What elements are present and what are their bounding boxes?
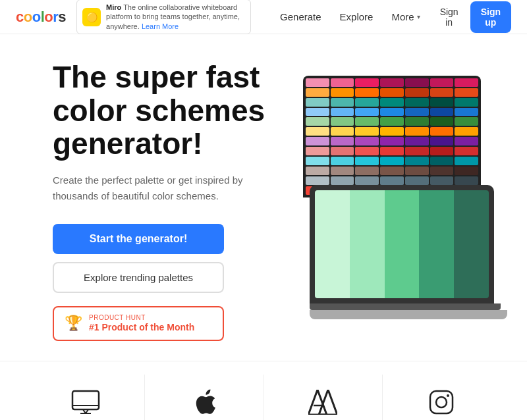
color-cell	[430, 108, 454, 117]
apple-icon	[192, 388, 216, 420]
color-cell	[306, 98, 329, 107]
color-cell	[430, 127, 454, 136]
color-cell	[355, 98, 379, 107]
color-cell	[355, 127, 379, 136]
laptop-base	[310, 310, 507, 319]
color-cell	[405, 137, 429, 145]
color-cell	[380, 127, 404, 136]
ad-link[interactable]: Learn More	[142, 22, 179, 30]
color-cell	[455, 108, 478, 117]
color-grid	[303, 76, 481, 197]
color-cell	[306, 137, 329, 145]
color-cell	[331, 108, 354, 117]
color-cell	[405, 98, 429, 107]
color-cell	[380, 88, 404, 97]
signin-button[interactable]: Sign in	[431, 3, 468, 32]
color-cell	[355, 88, 379, 97]
hero-content: The super fast color schemes generator! …	[53, 61, 303, 341]
color-cell	[355, 147, 379, 155]
color-cell	[455, 78, 478, 87]
signup-button[interactable]: Sign up	[470, 1, 511, 33]
color-cell	[455, 157, 478, 165]
svg-point-10	[447, 394, 449, 397]
color-cell	[380, 117, 404, 126]
product-hunt-label: Product Hunt	[89, 314, 194, 322]
color-cell	[405, 108, 429, 117]
color-cell	[455, 137, 478, 145]
palette-column	[385, 190, 420, 298]
svg-rect-0	[72, 391, 99, 409]
color-cell	[355, 117, 379, 126]
nav-generate[interactable]: Generate	[272, 7, 329, 26]
hero-title: The super fast color schemes generator!	[53, 61, 290, 161]
explore-palettes-button[interactable]: Explore trending palettes	[53, 262, 224, 293]
palette-column	[419, 190, 454, 298]
color-cell	[306, 157, 329, 165]
ad-icon: 🟡	[82, 8, 101, 26]
laptop-screen	[315, 190, 489, 298]
color-cell	[380, 78, 404, 87]
monitor-screen	[303, 76, 481, 197]
color-cell	[380, 147, 404, 155]
color-cell	[455, 127, 478, 136]
color-cell	[405, 176, 429, 185]
chevron-down-icon: ▾	[417, 13, 420, 20]
color-cell	[430, 137, 454, 145]
color-cell	[306, 176, 329, 185]
color-cell	[430, 167, 454, 175]
palette-column	[315, 190, 350, 298]
color-cell	[430, 176, 454, 185]
color-cell	[380, 98, 404, 107]
color-cell	[331, 176, 354, 185]
color-cell	[405, 167, 429, 175]
ad-banner: 🟡 Miro The online collaborative whiteboa…	[76, 0, 251, 34]
palette-column	[350, 190, 385, 298]
color-cell	[355, 78, 379, 87]
laptop-screen-frame	[310, 185, 494, 303]
logo[interactable]: coolors	[16, 9, 66, 26]
color-cell	[380, 167, 404, 175]
color-cell	[331, 78, 354, 87]
color-cell	[430, 78, 454, 87]
feature-adobe[interactable]	[264, 375, 383, 420]
start-generator-button[interactable]: Start the generator!	[53, 224, 224, 254]
color-cell	[430, 147, 454, 155]
ad-brand: Miro	[106, 3, 121, 11]
color-cell	[380, 176, 404, 185]
palette-column	[454, 190, 489, 298]
product-hunt-title: #1 Product of the Month	[89, 322, 194, 333]
color-cell	[405, 78, 429, 87]
color-cell	[405, 117, 429, 126]
color-cell	[331, 88, 354, 97]
instagram-icon	[428, 389, 455, 420]
nav-explore[interactable]: Explore	[332, 7, 381, 26]
product-hunt-badge[interactable]: 🏆 Product Hunt #1 Product of the Month	[53, 306, 224, 341]
color-cell	[355, 176, 379, 185]
color-cell	[306, 147, 329, 155]
adobe-icon	[308, 390, 337, 420]
color-cell	[455, 176, 478, 185]
color-cell	[306, 127, 329, 136]
feature-apple[interactable]	[145, 375, 264, 420]
nav-more[interactable]: More ▾	[383, 7, 428, 26]
color-cell	[331, 147, 354, 155]
color-cell	[331, 98, 354, 107]
feature-web[interactable]	[26, 375, 145, 420]
color-cell	[455, 147, 478, 155]
color-cell	[455, 98, 478, 107]
nav-links: Generate Explore More ▾ Sign in Sign up	[272, 1, 511, 33]
svg-point-9	[436, 397, 447, 407]
color-cell	[430, 98, 454, 107]
color-cell	[355, 157, 379, 165]
hero-subtitle: Create the perfect palette or get inspir…	[53, 172, 250, 204]
color-cell	[331, 137, 354, 145]
navbar: coolors 🟡 Miro The online collaborative …	[0, 0, 527, 34]
color-cell	[306, 88, 329, 97]
color-cell	[430, 88, 454, 97]
color-cell	[405, 147, 429, 155]
hero-illustration: EXPLORE MAKE A PALETTE	[303, 76, 487, 326]
color-cell	[355, 167, 379, 175]
feature-instagram[interactable]	[383, 375, 501, 420]
color-cell	[331, 127, 354, 136]
color-cell	[405, 127, 429, 136]
